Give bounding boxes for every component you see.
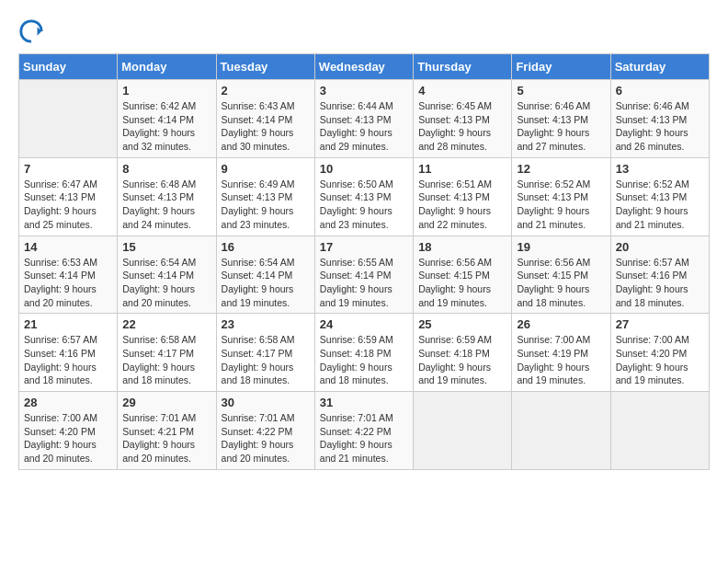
- calendar-day-cell: 26Sunrise: 7:00 AMSunset: 4:19 PMDayligh…: [512, 314, 610, 392]
- calendar-day-cell: [414, 392, 512, 470]
- day-number: 18: [418, 240, 506, 254]
- calendar-day-cell: 10Sunrise: 6:50 AMSunset: 4:13 PMDayligh…: [314, 157, 413, 236]
- weekday-header: Friday: [512, 54, 610, 80]
- weekday-header: Tuesday: [216, 54, 314, 80]
- day-info: Sunrise: 6:54 AMSunset: 4:14 PMDaylight:…: [122, 256, 210, 310]
- day-info: Sunrise: 6:48 AMSunset: 4:13 PMDaylight:…: [122, 178, 210, 232]
- calendar-day-cell: [19, 80, 118, 158]
- calendar-day-cell: 6Sunrise: 6:46 AMSunset: 4:13 PMDaylight…: [610, 80, 709, 158]
- logo-icon: [18, 18, 44, 44]
- day-info: Sunrise: 6:51 AMSunset: 4:13 PMDaylight:…: [418, 178, 506, 232]
- day-number: 3: [320, 84, 408, 98]
- day-number: 20: [616, 240, 704, 254]
- weekday-header-row: SundayMondayTuesdayWednesdayThursdayFrid…: [19, 54, 710, 80]
- calendar-day-cell: 3Sunrise: 6:44 AMSunset: 4:13 PMDaylight…: [314, 80, 413, 158]
- day-number: 27: [616, 317, 704, 331]
- day-number: 14: [24, 240, 112, 254]
- day-info: Sunrise: 6:52 AMSunset: 4:13 PMDaylight:…: [517, 178, 605, 232]
- calendar-day-cell: 24Sunrise: 6:59 AMSunset: 4:18 PMDayligh…: [314, 314, 413, 392]
- day-number: 12: [517, 162, 605, 176]
- calendar-day-cell: 2Sunrise: 6:43 AMSunset: 4:14 PMDaylight…: [216, 80, 314, 158]
- page-header: [18, 18, 710, 44]
- calendar-day-cell: 1Sunrise: 6:42 AMSunset: 4:14 PMDaylight…: [118, 80, 216, 158]
- day-number: 2: [222, 84, 310, 98]
- calendar: SundayMondayTuesdayWednesdayThursdayFrid…: [18, 53, 710, 470]
- day-number: 22: [122, 317, 210, 331]
- day-info: Sunrise: 7:00 AMSunset: 4:20 PMDaylight:…: [24, 411, 112, 465]
- calendar-day-cell: 31Sunrise: 7:01 AMSunset: 4:22 PMDayligh…: [314, 392, 413, 470]
- day-number: 24: [320, 317, 408, 331]
- day-number: 15: [122, 240, 210, 254]
- day-number: 6: [616, 84, 704, 98]
- calendar-day-cell: 15Sunrise: 6:54 AMSunset: 4:14 PMDayligh…: [118, 236, 216, 314]
- weekday-header: Sunday: [19, 54, 118, 80]
- calendar-day-cell: 5Sunrise: 6:46 AMSunset: 4:13 PMDaylight…: [512, 80, 610, 158]
- calendar-day-cell: 19Sunrise: 6:56 AMSunset: 4:15 PMDayligh…: [512, 236, 610, 314]
- weekday-header: Saturday: [610, 54, 709, 80]
- calendar-day-cell: 30Sunrise: 7:01 AMSunset: 4:22 PMDayligh…: [216, 392, 314, 470]
- day-number: 29: [122, 396, 210, 409]
- calendar-day-cell: 28Sunrise: 7:00 AMSunset: 4:20 PMDayligh…: [19, 392, 118, 470]
- day-info: Sunrise: 6:57 AMSunset: 4:16 PMDaylight:…: [24, 333, 112, 387]
- calendar-day-cell: 27Sunrise: 7:00 AMSunset: 4:20 PMDayligh…: [610, 314, 709, 392]
- day-info: Sunrise: 6:56 AMSunset: 4:15 PMDaylight:…: [517, 256, 605, 310]
- day-number: 23: [222, 317, 310, 331]
- calendar-day-cell: 8Sunrise: 6:48 AMSunset: 4:13 PMDaylight…: [118, 157, 216, 236]
- day-number: 1: [122, 84, 210, 98]
- day-number: 10: [320, 162, 408, 176]
- calendar-day-cell: 18Sunrise: 6:56 AMSunset: 4:15 PMDayligh…: [414, 236, 512, 314]
- day-number: 13: [616, 162, 704, 176]
- day-info: Sunrise: 6:46 AMSunset: 4:13 PMDaylight:…: [616, 99, 704, 154]
- day-info: Sunrise: 6:59 AMSunset: 4:18 PMDaylight:…: [418, 333, 506, 387]
- calendar-day-cell: 16Sunrise: 6:54 AMSunset: 4:14 PMDayligh…: [216, 236, 314, 314]
- day-info: Sunrise: 6:42 AMSunset: 4:14 PMDaylight:…: [122, 99, 210, 154]
- day-number: 30: [222, 396, 310, 409]
- calendar-day-cell: 7Sunrise: 6:47 AMSunset: 4:13 PMDaylight…: [19, 157, 118, 236]
- day-number: 26: [517, 317, 605, 331]
- day-info: Sunrise: 6:58 AMSunset: 4:17 PMDaylight:…: [122, 333, 210, 387]
- day-info: Sunrise: 7:01 AMSunset: 4:21 PMDaylight:…: [122, 411, 210, 465]
- day-number: 25: [418, 317, 506, 331]
- day-number: 11: [418, 162, 506, 176]
- day-number: 19: [517, 240, 605, 254]
- calendar-day-cell: 20Sunrise: 6:57 AMSunset: 4:16 PMDayligh…: [610, 236, 709, 314]
- calendar-day-cell: 22Sunrise: 6:58 AMSunset: 4:17 PMDayligh…: [118, 314, 216, 392]
- day-number: 5: [517, 84, 605, 98]
- calendar-day-cell: [512, 392, 610, 470]
- calendar-day-cell: [610, 392, 709, 470]
- calendar-day-cell: 4Sunrise: 6:45 AMSunset: 4:13 PMDaylight…: [414, 80, 512, 158]
- day-number: 8: [122, 162, 210, 176]
- weekday-header: Thursday: [414, 54, 512, 80]
- calendar-day-cell: 23Sunrise: 6:58 AMSunset: 4:17 PMDayligh…: [216, 314, 314, 392]
- day-info: Sunrise: 6:50 AMSunset: 4:13 PMDaylight:…: [320, 178, 408, 232]
- weekday-header: Monday: [118, 54, 216, 80]
- day-info: Sunrise: 6:55 AMSunset: 4:14 PMDaylight:…: [320, 256, 408, 310]
- day-info: Sunrise: 6:47 AMSunset: 4:13 PMDaylight:…: [24, 178, 112, 232]
- day-number: 17: [320, 240, 408, 254]
- calendar-week-row: 1Sunrise: 6:42 AMSunset: 4:14 PMDaylight…: [19, 80, 710, 158]
- calendar-day-cell: 29Sunrise: 7:01 AMSunset: 4:21 PMDayligh…: [118, 392, 216, 470]
- day-info: Sunrise: 7:01 AMSunset: 4:22 PMDaylight:…: [320, 411, 408, 465]
- calendar-week-row: 28Sunrise: 7:00 AMSunset: 4:20 PMDayligh…: [19, 392, 710, 470]
- day-info: Sunrise: 7:00 AMSunset: 4:20 PMDaylight:…: [616, 333, 704, 387]
- day-number: 4: [418, 84, 506, 98]
- calendar-day-cell: 9Sunrise: 6:49 AMSunset: 4:13 PMDaylight…: [216, 157, 314, 236]
- day-number: 28: [24, 396, 112, 409]
- calendar-day-cell: 25Sunrise: 6:59 AMSunset: 4:18 PMDayligh…: [414, 314, 512, 392]
- calendar-week-row: 7Sunrise: 6:47 AMSunset: 4:13 PMDaylight…: [19, 157, 710, 236]
- day-info: Sunrise: 6:49 AMSunset: 4:13 PMDaylight:…: [222, 178, 310, 232]
- calendar-day-cell: 14Sunrise: 6:53 AMSunset: 4:14 PMDayligh…: [19, 236, 118, 314]
- day-info: Sunrise: 6:56 AMSunset: 4:15 PMDaylight:…: [418, 256, 506, 310]
- day-info: Sunrise: 6:43 AMSunset: 4:14 PMDaylight:…: [222, 99, 310, 154]
- day-info: Sunrise: 6:59 AMSunset: 4:18 PMDaylight:…: [320, 333, 408, 387]
- day-info: Sunrise: 6:45 AMSunset: 4:13 PMDaylight:…: [418, 99, 506, 154]
- day-number: 31: [320, 396, 408, 409]
- calendar-day-cell: 17Sunrise: 6:55 AMSunset: 4:14 PMDayligh…: [314, 236, 413, 314]
- logo: [18, 18, 48, 44]
- day-info: Sunrise: 7:00 AMSunset: 4:19 PMDaylight:…: [517, 333, 605, 387]
- day-info: Sunrise: 6:52 AMSunset: 4:13 PMDaylight:…: [616, 178, 704, 232]
- day-info: Sunrise: 6:57 AMSunset: 4:16 PMDaylight:…: [616, 256, 704, 310]
- day-info: Sunrise: 7:01 AMSunset: 4:22 PMDaylight:…: [222, 411, 310, 465]
- day-info: Sunrise: 6:58 AMSunset: 4:17 PMDaylight:…: [222, 333, 310, 387]
- day-info: Sunrise: 6:54 AMSunset: 4:14 PMDaylight:…: [222, 256, 310, 310]
